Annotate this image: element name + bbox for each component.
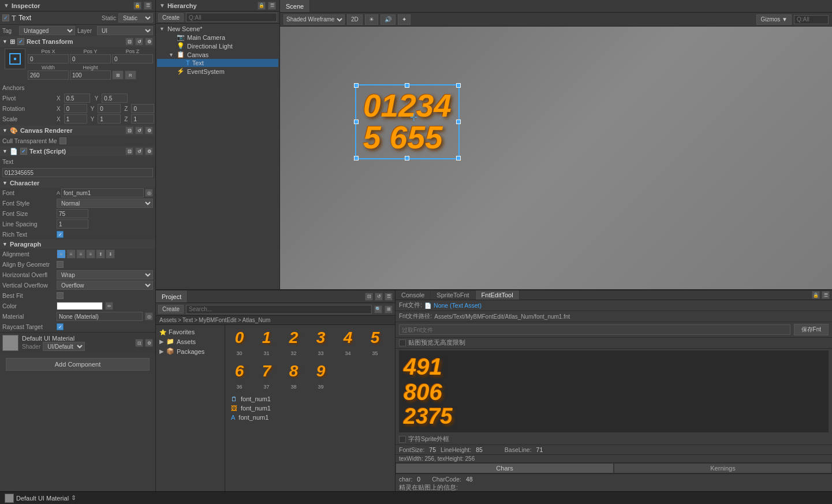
rot-y-input[interactable] <box>98 104 121 113</box>
scale-x-input[interactable] <box>64 114 87 124</box>
text-script-header[interactable]: ▼ 📄 Text (Script) ⊡ ↺ ⚙ <box>0 146 155 156</box>
hier-create-btn[interactable]: Create <box>158 13 184 22</box>
width-input[interactable] <box>28 70 69 80</box>
pos-x-input[interactable] <box>28 54 69 64</box>
file-5[interactable]: 5 35 <box>362 326 388 359</box>
font-fnt-file[interactable]: 🗒 font_num1 <box>226 394 394 404</box>
ts-icon2[interactable]: ↺ <box>135 147 143 155</box>
scene-search-input[interactable] <box>794 15 829 24</box>
spritetofnt-tab[interactable]: SpriteToFnt <box>431 290 475 300</box>
hier-menu-btn[interactable]: ☰ <box>268 2 276 10</box>
pivot-y-input[interactable] <box>102 94 128 103</box>
mat-settings[interactable]: ⚙ <box>145 339 153 347</box>
file-8[interactable]: 8 38 <box>281 360 307 392</box>
scale-y-input[interactable] <box>98 114 121 124</box>
hier-search-input[interactable] <box>186 13 277 22</box>
font-style-dropdown[interactable]: Normal <box>57 199 153 208</box>
fnt-save-btn[interactable]: 保存Fnt <box>794 324 829 335</box>
file-2[interactable]: 2 32 <box>281 326 307 359</box>
rot-z-input[interactable] <box>131 104 154 113</box>
horiz-overflow-dropdown[interactable]: Wrap <box>57 270 153 279</box>
favorites-item[interactable]: ⭐ Favorites <box>157 327 223 337</box>
font-pick-btn[interactable]: ◎ <box>145 189 153 197</box>
static-dropdown[interactable]: Static <box>118 13 153 23</box>
color-pick-btn[interactable]: ✏ <box>105 302 113 310</box>
file-6[interactable]: 6 36 <box>226 360 252 392</box>
raycast-checkbox[interactable] <box>57 323 64 330</box>
breadcrumb-atlas[interactable]: Atlas_Num <box>242 317 270 323</box>
font-value-input[interactable] <box>61 188 144 197</box>
bp-icon[interactable]: R <box>125 70 136 80</box>
gizmos-btn[interactable]: Gizmos ▼ <box>756 14 792 25</box>
vert-overflow-dropdown[interactable]: Overflow <box>57 281 153 290</box>
ts-icon1[interactable]: ⊡ <box>125 147 133 155</box>
material-pick-btn[interactable]: ◎ <box>145 312 153 320</box>
file-9[interactable]: 9 39 <box>308 360 334 392</box>
canvas-renderer-header[interactable]: ▼ 🎨 Canvas Renderer ⊡ ↺ ⚙ <box>0 125 155 136</box>
proj-search-icon[interactable]: 🔍 <box>374 305 382 313</box>
cr-icon1[interactable]: ⊡ <box>125 126 133 135</box>
handle-bm[interactable] <box>405 156 409 160</box>
rt-settings[interactable]: ⚙ <box>145 38 153 46</box>
rt-icon2[interactable]: ↺ <box>135 38 143 46</box>
rect-transform-header[interactable]: ▼ ⊞ Rect Transform ⊡ ↺ ⚙ <box>0 36 155 47</box>
inspector-lock-btn[interactable]: 🔒 <box>133 2 141 10</box>
file-0[interactable]: 0 30 <box>226 326 252 359</box>
rot-x-input[interactable] <box>64 104 87 113</box>
align-right-btn[interactable]: ≡ <box>76 249 85 259</box>
component-active-checkbox[interactable] <box>2 14 9 21</box>
best-fit-checkbox[interactable] <box>57 292 64 299</box>
hier-main-camera[interactable]: 📷 Main Camera <box>157 33 278 42</box>
mat-icon1[interactable]: ⊡ <box>135 339 143 347</box>
text-value-input[interactable] <box>2 168 153 177</box>
proj-search-input[interactable] <box>186 305 372 314</box>
tag-dropdown[interactable]: Untagged <box>19 26 75 35</box>
handle-tl[interactable] <box>354 83 359 88</box>
text-script-checkbox[interactable] <box>20 148 27 155</box>
lighting-btn[interactable]: ☀ <box>365 14 378 25</box>
font-font-file[interactable]: A font_num1 <box>226 413 394 422</box>
align-left-btn[interactable]: ≡ <box>57 249 66 259</box>
fnt-menu-btn[interactable]: ☰ <box>822 291 830 299</box>
scene-root-item[interactable]: ▼ New Scene* <box>157 25 278 33</box>
handle-bl[interactable] <box>354 156 359 160</box>
assets-tree-item[interactable]: ▶ 📁 Assets <box>157 337 223 346</box>
console-tab[interactable]: Console <box>396 290 431 300</box>
paragraph-header[interactable]: ▼ Paragraph <box>0 240 155 249</box>
layer-dropdown[interactable]: UI <box>97 26 153 35</box>
align-geom-checkbox[interactable] <box>57 261 64 268</box>
file-7[interactable]: 7 37 <box>253 360 279 392</box>
scene-tab[interactable]: Scene <box>280 0 310 12</box>
proj-create-btn[interactable]: Create <box>158 305 184 313</box>
effects-btn[interactable]: ✦ <box>398 14 411 25</box>
sprite-outer-checkbox[interactable] <box>399 436 406 443</box>
handle-ml[interactable] <box>354 120 359 124</box>
chars-tab[interactable]: Chars <box>396 463 614 473</box>
2d-btn[interactable]: 2D <box>347 14 363 25</box>
hier-dir-light[interactable]: 💡 Directional Light <box>157 42 278 50</box>
file-1[interactable]: 1 31 <box>253 326 279 359</box>
breadcrumb-text[interactable]: Text <box>182 317 193 323</box>
constraint-icon[interactable]: ⊠ <box>112 70 124 80</box>
align-justify-btn[interactable]: ≡ <box>86 249 95 259</box>
proj-icon1[interactable]: ⊡ <box>365 293 373 301</box>
hier-text[interactable]: T Text <box>157 59 278 67</box>
fnt-load-input[interactable] <box>399 324 790 335</box>
anchor-widget[interactable] <box>5 48 25 69</box>
rect-transform-checkbox[interactable] <box>17 38 24 45</box>
color-swatch[interactable] <box>57 302 103 310</box>
breadcrumb-mybm[interactable]: MyBMFontEdit <box>199 317 237 323</box>
line-spacing-input[interactable] <box>57 219 88 229</box>
handle-tm[interactable] <box>405 83 409 88</box>
font-size-input[interactable] <box>57 209 88 218</box>
breadcrumb-assets[interactable]: Assets <box>159 317 177 323</box>
cr-settings[interactable]: ⚙ <box>145 126 153 135</box>
handle-tr[interactable] <box>456 83 461 88</box>
rich-text-checkbox[interactable] <box>57 231 64 238</box>
align-bottom-btn[interactable]: ⬇ <box>106 249 115 259</box>
handle-mr[interactable] <box>456 120 461 124</box>
pos-z-input[interactable] <box>112 54 153 64</box>
proj-icon2[interactable]: ↺ <box>375 293 383 301</box>
fntedittool-tab[interactable]: FntEditTool <box>476 290 520 300</box>
hier-lock-btn[interactable]: 🔒 <box>258 2 266 10</box>
